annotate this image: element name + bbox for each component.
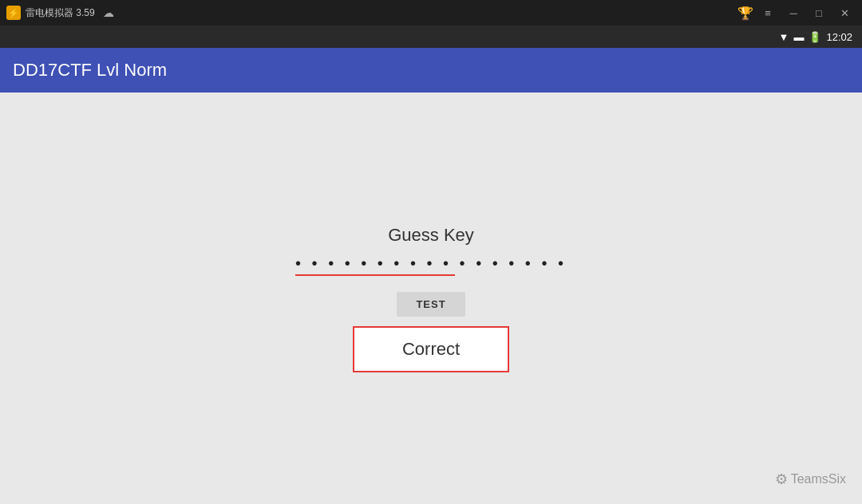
battery-icon: 🔋 (809, 31, 821, 43)
correct-text: Correct (402, 339, 460, 360)
main-content: Guess Key • • • • • • • • • • • • • • • … (0, 93, 862, 504)
input-underline (295, 274, 455, 276)
trophy-icon: 🏆 (737, 6, 753, 21)
wifi-icon: ▼ (779, 31, 789, 43)
watermark-icon: ⚙ (775, 471, 788, 488)
clock: 12:02 (826, 31, 852, 43)
emulator-window: ⚡ 雷电模拟器 3.59 ☁ 🏆 ≡ ─ □ ✕ ▼ ▬ 🔋 12:02 DD1… (0, 0, 862, 504)
minimize-button[interactable]: ─ (782, 4, 805, 22)
title-bar: ⚡ 雷电模拟器 3.59 ☁ 🏆 ≡ ─ □ ✕ (0, 0, 862, 26)
status-icons: ▼ ▬ 🔋 12:02 (779, 31, 852, 43)
cloud-icon: ☁ (103, 6, 114, 19)
app-title: DD17CTF Lvl Norm (13, 60, 167, 81)
app-name-label: 雷电模拟器 3.59 (26, 6, 95, 20)
maximize-button[interactable]: □ (808, 4, 830, 22)
menu-button[interactable]: ≡ (757, 4, 779, 22)
watermark-text: TeamsSix (791, 472, 846, 486)
dots-display: • • • • • • • • • • • • • • • • • (295, 255, 567, 271)
test-button[interactable]: TEST (397, 292, 465, 317)
correct-result-box: Correct (353, 326, 509, 372)
watermark: ⚙ TeamsSix (775, 471, 846, 488)
close-button[interactable]: ✕ (833, 4, 856, 22)
title-bar-controls: 🏆 ≡ ─ □ ✕ (737, 4, 856, 22)
android-status-bar: ▼ ▬ 🔋 12:02 (0, 26, 862, 48)
guess-key-label: Guess Key (388, 225, 474, 246)
dots-input-container: • • • • • • • • • • • • • • • • • (295, 255, 567, 276)
app-bar: DD17CTF Lvl Norm (0, 48, 862, 93)
signal-icon: ▬ (793, 31, 804, 43)
app-icon: ⚡ (6, 6, 21, 20)
title-bar-left: ⚡ 雷电模拟器 3.59 ☁ (6, 6, 114, 20)
